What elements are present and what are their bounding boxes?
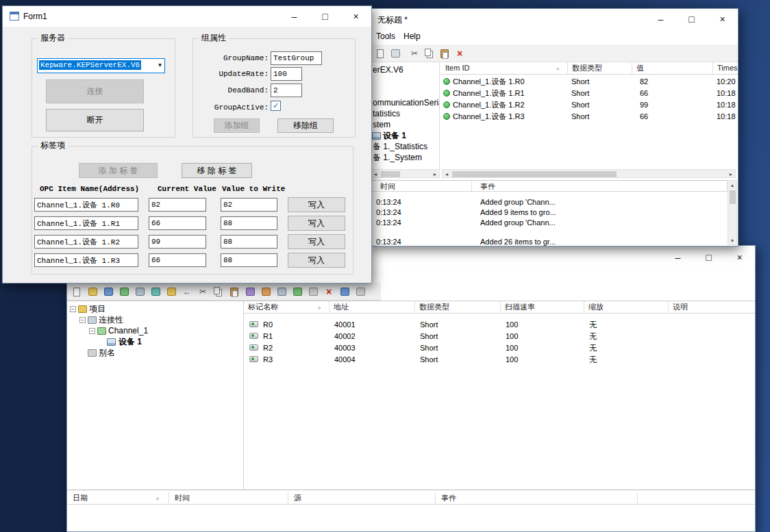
new-tag-icon[interactable] (164, 285, 178, 299)
close-button[interactable]: × (707, 9, 738, 29)
col-timestamp[interactable]: Times (713, 62, 738, 74)
tag-write-value-input[interactable] (221, 253, 277, 267)
menu-tools[interactable]: Tools (372, 30, 399, 42)
col-item-id[interactable]: Item ID (441, 62, 568, 74)
collapse-icon[interactable]: − (70, 306, 76, 312)
copy-icon[interactable] (423, 47, 436, 60)
tag-row[interactable]: R1 40002 Short 100 无 (244, 331, 756, 342)
connect-button[interactable]: 连接 (46, 79, 144, 103)
runtime-disconnect-icon[interactable] (306, 285, 320, 299)
col-time[interactable]: 时间 (169, 492, 288, 504)
updaterate-input[interactable] (271, 67, 302, 81)
tag-current-value-input[interactable] (149, 253, 206, 267)
quick-client-titlebar[interactable]: 无标题 * – □ × (371, 9, 738, 29)
save-project-icon[interactable] (101, 285, 115, 299)
tree-item-connectivity[interactable]: 连接性 (99, 315, 123, 325)
tree-item-group[interactable]: ommunicationSerializa (373, 98, 440, 108)
tree-item-server[interactable]: erEX.V6 (373, 65, 403, 75)
new-tag-group-icon[interactable] (149, 285, 162, 299)
tag-row[interactable]: R3 40004 Short 100 无 (244, 354, 756, 366)
col-scan-rate[interactable]: 扫描速率 (501, 301, 584, 313)
tag-current-value-input[interactable] (149, 235, 206, 249)
scroll-left-icon[interactable]: ◄ (371, 170, 380, 178)
collapse-icon[interactable]: − (79, 317, 86, 323)
new-device-icon[interactable] (133, 285, 147, 299)
tree-horizontal-scrollbar[interactable]: ◄ ► (371, 169, 440, 178)
tree-item-device[interactable]: 设备 1 (383, 131, 406, 141)
undo-icon[interactable]: ← (180, 285, 194, 299)
combo-arrow-icon[interactable]: ▾ (158, 61, 162, 68)
close-button[interactable]: × (724, 246, 755, 269)
col-data-type[interactable]: 数据类型 (568, 62, 632, 74)
item-row[interactable]: Channel_1.设备 1.R1 Short 66 10:18 (441, 88, 737, 99)
tree-item-group[interactable]: stem (373, 120, 390, 130)
cut-icon[interactable]: ✂ (408, 47, 421, 60)
scroll-left-icon[interactable]: ◄ (443, 170, 451, 178)
tree-item-group[interactable]: 备 1._Statistics (373, 142, 427, 152)
reset-log-icon[interactable] (338, 285, 351, 299)
col-event[interactable]: 事件 (436, 492, 638, 504)
scrollbar-thumb[interactable] (730, 190, 736, 204)
minimize-button[interactable]: – (645, 9, 676, 29)
item-row[interactable]: Channel_1.设备 1.R2 Short 99 10:18 (441, 99, 737, 111)
scroll-up-icon[interactable]: ▲ (728, 181, 736, 189)
event-log-icon[interactable] (275, 285, 288, 299)
form1-titlebar[interactable]: Form1 – □ × (3, 6, 371, 27)
log-vertical-scrollbar[interactable]: ▲ ▼ (728, 180, 737, 245)
minimize-button[interactable]: – (279, 6, 310, 27)
cut-icon[interactable]: ✂ (196, 285, 210, 299)
write-button[interactable]: 写入 (288, 253, 345, 268)
tag-row[interactable]: R2 40003 Short 100 无 (244, 342, 756, 354)
properties-icon[interactable] (243, 285, 257, 299)
paste-icon[interactable] (227, 285, 241, 299)
tree-item-group[interactable]: tatistics (373, 109, 400, 119)
item-row[interactable]: Channel_1.设备 1.R0 Short 82 10:20 (441, 76, 737, 88)
tag-name-input[interactable] (34, 253, 138, 267)
col-date[interactable]: 日期 (67, 492, 169, 504)
tag-name-input[interactable] (34, 216, 138, 230)
new-icon[interactable] (373, 47, 387, 60)
scroll-right-icon[interactable]: ► (431, 170, 439, 178)
server-combobox[interactable]: Kepware.KEPServerEX.V6 ▾ (37, 58, 165, 73)
col-log-time[interactable]: 时间 (371, 181, 472, 192)
runtime-connect-icon[interactable] (290, 285, 304, 299)
col-value[interactable]: 值 (632, 62, 713, 74)
tree-item-group[interactable]: 备 1._System (373, 153, 422, 163)
new-project-icon[interactable] (70, 285, 84, 299)
item-row[interactable]: Channel_1.设备 1.R3 Short 66 10:18 (441, 111, 737, 123)
log-row[interactable]: 0:13:24 Added group 'Chann... (371, 217, 728, 227)
write-button[interactable]: 写入 (288, 197, 345, 212)
scroll-right-icon[interactable]: ► (727, 170, 735, 178)
menu-help[interactable]: Help (399, 30, 425, 42)
quick-client-launch-icon[interactable] (259, 285, 273, 299)
remove-group-button[interactable]: 移除组 (277, 118, 334, 133)
tag-write-value-input[interactable] (221, 198, 277, 212)
paste-icon[interactable] (438, 47, 451, 60)
col-tag-name[interactable]: 标记名称 (244, 301, 330, 313)
col-log-event[interactable]: 事件 (472, 181, 728, 192)
tree-item-alias[interactable]: 别名 (99, 348, 115, 358)
col-source[interactable]: 源 (288, 492, 436, 504)
delete-icon[interactable]: × (322, 285, 336, 299)
view-icon[interactable] (388, 47, 402, 60)
tree-item-channel[interactable]: Channel_1 (108, 326, 148, 336)
col-address[interactable]: 地址 (330, 301, 415, 313)
write-button[interactable]: 写入 (288, 216, 345, 231)
delete-icon[interactable]: × (453, 47, 467, 60)
collapse-icon[interactable]: − (89, 328, 95, 334)
col-data-type[interactable]: 数据类型 (415, 301, 501, 313)
tree-item-project[interactable]: 项目 (89, 304, 105, 314)
col-description[interactable]: 说明 (669, 301, 756, 313)
minimize-button[interactable]: – (662, 246, 693, 269)
maximize-button[interactable]: □ (676, 9, 707, 29)
tag-row[interactable]: R0 40001 Short 100 无 (244, 319, 756, 331)
tag-current-value-input[interactable] (149, 216, 206, 230)
tag-name-input[interactable] (34, 235, 138, 249)
maximize-button[interactable]: □ (693, 246, 724, 269)
calculator-icon[interactable] (353, 285, 367, 299)
log-row[interactable]: 0:13:24 Added 26 items to gr... (371, 236, 728, 246)
remove-tag-button[interactable]: 移 除 标 签 (182, 163, 252, 178)
add-group-button[interactable]: 添加组 (214, 118, 260, 133)
scroll-down-icon[interactable]: ▼ (728, 236, 736, 244)
add-tag-button[interactable]: 添 加 标 签 (79, 163, 158, 178)
